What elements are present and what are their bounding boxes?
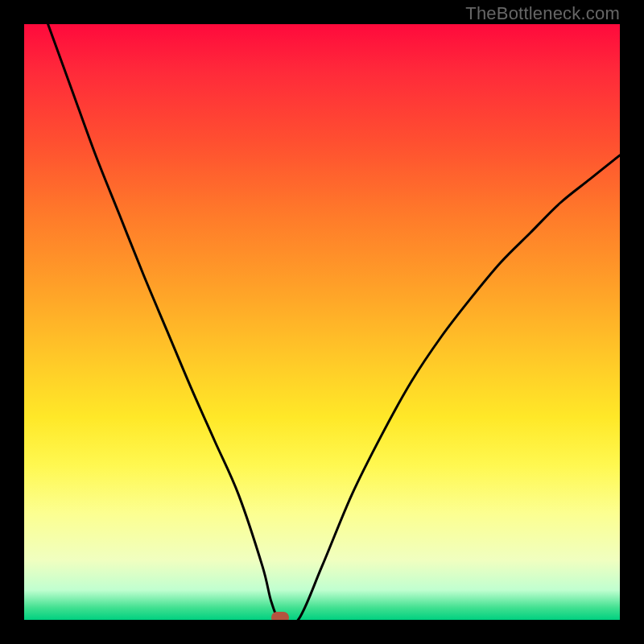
optimal-point-marker <box>271 612 289 620</box>
plot-area <box>24 24 620 620</box>
bottleneck-curve-path <box>48 24 620 620</box>
chart-frame: TheBottleneck.com <box>0 0 644 644</box>
bottleneck-curve-svg <box>24 24 620 620</box>
watermark-label: TheBottleneck.com <box>465 3 620 24</box>
